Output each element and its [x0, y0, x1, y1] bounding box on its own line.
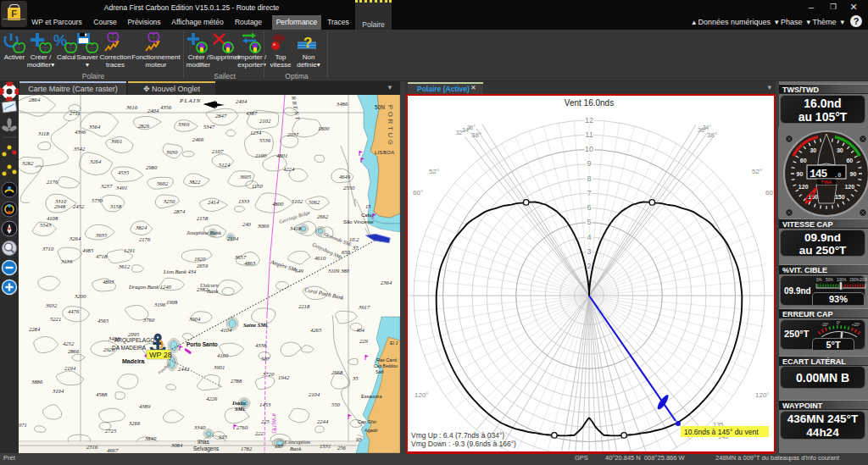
svg-text:4356: 4356 — [160, 104, 172, 110]
svg-text:2442: 2442 — [178, 366, 190, 372]
svg-text:3104: 3104 — [52, 388, 64, 394]
svg-text:229: 229 — [359, 338, 369, 344]
svg-text:4649: 4649 — [339, 174, 351, 180]
svg-text:32°: 32° — [456, 130, 465, 136]
svg-text:4252: 4252 — [63, 340, 75, 346]
svg-text:93: 93 — [356, 436, 362, 442]
svg-text:Cabo: Cabo — [361, 213, 374, 218]
svg-text:1150: 1150 — [252, 183, 263, 189]
svg-text:3282: 3282 — [21, 160, 34, 166]
svg-text:ARQUIPELAGO: ARQUIPELAGO — [114, 337, 154, 344]
svg-text:2244: 2244 — [317, 418, 329, 424]
svg-text:4800: 4800 — [272, 201, 284, 207]
svg-text:4226: 4226 — [206, 396, 218, 401]
svg-text:1234: 1234 — [250, 130, 262, 136]
svg-text:4389: 4389 — [139, 403, 151, 409]
svg-text:150%: 150% — [849, 278, 860, 282]
svg-text:10: 10 — [585, 145, 593, 153]
svg-text:3139: 3139 — [60, 258, 73, 264]
svg-text:550: 550 — [331, 401, 341, 407]
svg-text:2980: 2980 — [146, 164, 158, 170]
svg-text:?: ? — [303, 35, 312, 51]
svg-text:1531: 1531 — [320, 443, 331, 449]
svg-text:15: 15 — [365, 203, 371, 209]
svg-text:3158: 3158 — [109, 203, 122, 209]
svg-text:2659: 2659 — [197, 263, 209, 268]
svg-text:São Vincente: São Vincente — [343, 219, 374, 224]
svg-text:3564: 3564 — [88, 124, 101, 130]
svg-text:3196: 3196 — [153, 302, 166, 307]
svg-text:1333: 1333 — [238, 198, 250, 204]
svg-text:1453: 1453 — [259, 401, 271, 407]
svg-text:3657: 3657 — [234, 254, 247, 260]
svg-text:2037: 2037 — [287, 131, 299, 137]
svg-text:3901: 3901 — [110, 138, 122, 144]
svg-text:3340: 3340 — [193, 424, 206, 430]
svg-text:3720: 3720 — [262, 371, 275, 377]
svg-text:225: 225 — [261, 418, 270, 424]
svg-text:256: 256 — [337, 445, 347, 451]
svg-text:2404: 2404 — [147, 108, 159, 113]
svg-text:3369: 3369 — [177, 121, 190, 127]
svg-text:30: 30 — [810, 147, 816, 153]
svg-text:Saine SMt.: Saine SMt. — [243, 322, 269, 328]
svg-text:Essaouira: Essaouira — [361, 394, 382, 399]
svg-text:2316: 2316 — [86, 444, 98, 450]
svg-text:5124: 5124 — [219, 162, 231, 168]
svg-text:SMt.: SMt. — [235, 406, 246, 412]
svg-text:PORTUG: PORTUG — [387, 105, 394, 147]
svg-text:3824: 3824 — [135, 224, 147, 230]
svg-text:4610: 4610 — [314, 255, 326, 261]
svg-text:2452: 2452 — [73, 203, 85, 209]
svg-text:2194: 2194 — [64, 365, 76, 371]
svg-text:2404: 2404 — [236, 98, 248, 104]
svg-text:5062: 5062 — [309, 199, 320, 205]
svg-text:El J: El J — [390, 340, 398, 346]
svg-text:60: 60 — [800, 158, 807, 163]
svg-text:3084: 3084 — [170, 442, 183, 448]
svg-text:3237: 3237 — [100, 183, 113, 189]
svg-text:100%: 100% — [837, 278, 847, 282]
svg-text:2874: 2874 — [174, 208, 186, 214]
svg-text:30: 30 — [837, 147, 843, 153]
svg-text:3710: 3710 — [42, 246, 54, 252]
svg-text:3109: 3109 — [327, 268, 340, 274]
svg-text:2158: 2158 — [197, 215, 209, 221]
svg-text:3069: 3069 — [257, 223, 270, 229]
svg-text:404: 404 — [356, 327, 365, 333]
svg-text:7: 7 — [587, 189, 591, 197]
svg-text:3886: 3886 — [31, 379, 43, 385]
svg-text:4863: 4863 — [244, 260, 256, 266]
svg-text:4387: 4387 — [246, 110, 258, 116]
svg-text:Dragon Bank 1240: Dragon Bank 1240 — [128, 284, 172, 290]
svg-text:2466: 2466 — [192, 136, 204, 142]
svg-text:Cap Beddou: Cap Beddou — [374, 363, 398, 368]
svg-text:120: 120 — [844, 184, 854, 190]
svg-text:2788: 2788 — [231, 378, 242, 384]
svg-text:4°W(7'E): 4°W(7'E) — [271, 413, 277, 434]
svg-text:120: 120 — [798, 184, 809, 190]
svg-text:3266: 3266 — [128, 420, 141, 426]
svg-text:60°: 60° — [765, 189, 774, 197]
svg-text:Cap Ghir: Cap Ghir — [358, 419, 376, 424]
svg-text:3901: 3901 — [213, 364, 225, 370]
svg-text:3486: 3486 — [336, 101, 348, 107]
svg-text:90: 90 — [850, 171, 857, 177]
svg-text:2218: 2218 — [298, 303, 310, 309]
svg-text:2847: 2847 — [215, 113, 227, 119]
svg-text:4801: 4801 — [276, 152, 287, 158]
svg-text:5221: 5221 — [50, 316, 61, 322]
svg-text:5602: 5602 — [157, 180, 169, 186]
svg-text:120°: 120° — [755, 391, 770, 399]
svg-text:2284: 2284 — [29, 326, 41, 332]
svg-text:2866: 2866 — [68, 348, 80, 354]
svg-text:3612: 3612 — [118, 263, 131, 269]
svg-text:Dacia: Dacia — [231, 400, 247, 406]
svg-text:8: 8 — [587, 174, 591, 183]
svg-text:PLAIN: PLAIN — [179, 97, 201, 104]
svg-text:37: 37 — [352, 245, 359, 251]
svg-text:2760: 2760 — [236, 424, 248, 430]
svg-text:2550: 2550 — [343, 185, 355, 191]
svg-text:3264: 3264 — [69, 235, 81, 241]
svg-text:36°: 36° — [467, 125, 476, 130]
